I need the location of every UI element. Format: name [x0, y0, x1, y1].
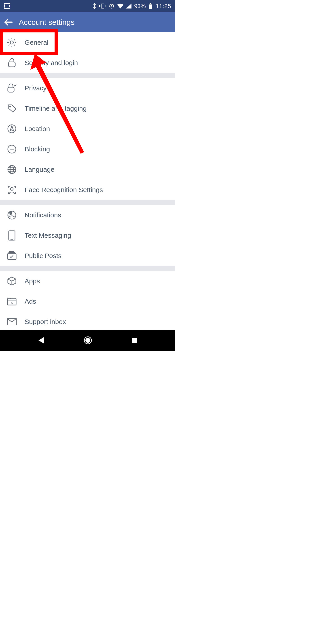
svg-point-14	[10, 41, 14, 44]
back-button[interactable]	[4, 19, 12, 26]
svg-point-7	[9, 6, 10, 6]
svg-rect-32	[132, 338, 137, 343]
android-nav-bar	[0, 330, 175, 350]
svg-rect-11	[150, 3, 151, 4]
settings-item-language[interactable]: Language	[0, 159, 175, 180]
svg-point-6	[9, 4, 10, 5]
gear-icon	[7, 37, 17, 48]
svg-text:$: $	[11, 301, 13, 304]
settings-item-face-recognition[interactable]: Face Recognition Settings	[0, 180, 175, 200]
signal-icon	[126, 4, 132, 8]
triangle-back-icon	[38, 337, 44, 344]
minus-circle-icon	[7, 144, 17, 154]
settings-item-privacy[interactable]: Privacy	[0, 78, 175, 98]
bluetooth-icon	[92, 3, 96, 9]
settings-item-security[interactable]: Security and login	[0, 52, 175, 73]
circle-home-icon	[84, 336, 92, 344]
envelope-icon	[7, 317, 17, 327]
settings-item-label: Text Messaging	[24, 232, 71, 239]
nav-recent-button[interactable]	[132, 337, 138, 344]
settings-item-label: General	[24, 39, 48, 46]
settings-item-label: Notifications	[24, 211, 61, 219]
compass-icon	[7, 124, 17, 134]
settings-item-label: Privacy	[24, 84, 46, 92]
settings-item-location[interactable]: Location	[0, 118, 175, 139]
settings-item-label: Security and login	[24, 59, 78, 67]
face-icon	[7, 185, 17, 195]
tag-icon	[7, 103, 17, 114]
globe-icon	[7, 164, 17, 175]
settings-item-timeline[interactable]: Timeline and tagging	[0, 98, 175, 118]
settings-item-public-posts[interactable]: Public Posts	[0, 246, 175, 266]
settings-item-general[interactable]: General	[0, 32, 175, 52]
svg-rect-24	[9, 231, 15, 240]
settings-item-label: Language	[24, 166, 54, 173]
lock-icon	[7, 58, 17, 68]
settings-item-label: Ads	[24, 298, 36, 305]
status-bar: 93% 11:25	[0, 0, 175, 12]
battery-icon	[148, 3, 152, 9]
settings-item-apps[interactable]: Apps	[0, 271, 175, 291]
battery-percent: 93%	[134, 3, 146, 10]
clock-time: 11:25	[156, 3, 171, 10]
svg-point-17	[10, 106, 10, 107]
settings-item-blocking[interactable]: Blocking	[0, 139, 175, 159]
settings-item-support-inbox[interactable]: Support inbox	[0, 312, 175, 332]
svg-point-5	[4, 8, 5, 8]
section-divider	[0, 73, 175, 78]
vibrate-icon	[99, 3, 106, 9]
ads-icon: $	[7, 296, 17, 306]
section-divider	[0, 266, 175, 271]
settings-item-label: Apps	[24, 277, 40, 285]
svg-rect-9	[101, 4, 104, 8]
square-recent-icon	[132, 337, 138, 344]
phone-icon	[7, 230, 17, 240]
world-icon	[7, 210, 17, 220]
settings-item-ads[interactable]: $ Ads	[0, 291, 175, 312]
settings-item-label: Face Recognition Settings	[24, 186, 103, 194]
film-icon	[4, 3, 10, 9]
svg-point-22	[10, 188, 13, 190]
section-divider	[0, 200, 175, 205]
svg-point-31	[86, 338, 90, 343]
settings-item-label: Blocking	[24, 145, 50, 153]
svg-point-3	[4, 4, 5, 5]
svg-point-4	[4, 6, 5, 6]
alarm-icon	[109, 3, 114, 9]
settings-item-label: Public Posts	[24, 252, 62, 260]
posts-icon	[7, 251, 17, 261]
cube-icon	[7, 276, 17, 286]
svg-rect-13	[149, 4, 152, 4]
settings-item-notifications[interactable]: Notifications	[0, 205, 175, 225]
nav-home-button[interactable]	[84, 336, 92, 344]
svg-point-8	[9, 8, 10, 8]
settings-item-text-messaging[interactable]: Text Messaging	[0, 225, 175, 246]
lock-check-icon	[7, 83, 17, 93]
back-arrow-icon	[4, 19, 12, 26]
page-title: Account settings	[19, 18, 74, 26]
settings-item-label: Location	[24, 125, 50, 132]
svg-rect-12	[149, 4, 152, 9]
wifi-icon	[117, 4, 124, 8]
settings-item-label: Timeline and tagging	[24, 105, 86, 112]
svg-rect-15	[8, 62, 15, 67]
app-bar: Account settings	[0, 12, 175, 32]
settings-item-label: Support inbox	[24, 318, 66, 326]
nav-back-button[interactable]	[38, 337, 44, 344]
svg-rect-16	[8, 87, 14, 92]
